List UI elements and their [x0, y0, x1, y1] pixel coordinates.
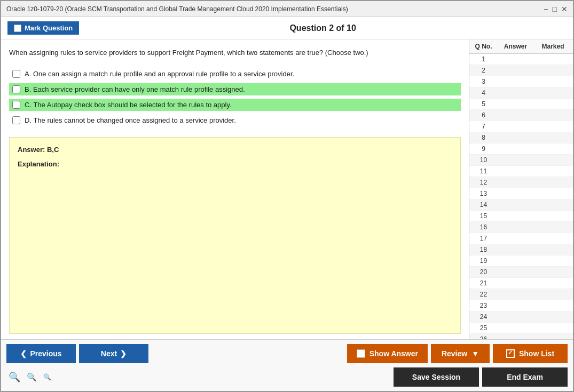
- review-button[interactable]: Review ▼: [431, 344, 490, 363]
- sidebar-row[interactable]: 8: [469, 132, 573, 143]
- sidebar-row[interactable]: 16: [469, 222, 573, 233]
- end-exam-label: End Exam: [507, 373, 543, 381]
- window-controls: − □ ✕: [544, 5, 568, 13]
- sidebar-qno: 17: [471, 235, 496, 242]
- option-c-checkbox[interactable]: [12, 101, 20, 109]
- sidebar-row[interactable]: 19: [469, 255, 573, 267]
- sidebar-qno: 10: [471, 156, 496, 164]
- sidebar-qno: 21: [471, 279, 496, 287]
- review-label: Review: [442, 349, 467, 358]
- sidebar-row[interactable]: 20: [469, 267, 573, 278]
- option-a-checkbox[interactable]: [12, 70, 20, 78]
- sidebar-qno: 8: [471, 134, 496, 141]
- sidebar-col-answer: Answer: [496, 43, 536, 50]
- sidebar-list[interactable]: 1 2 3 4 5 6 7 8: [469, 54, 573, 339]
- sidebar-qno: 23: [471, 302, 496, 309]
- sidebar-qno: 11: [471, 167, 496, 175]
- sidebar-qno: 7: [471, 123, 496, 130]
- sidebar-header: Q No. Answer Marked: [469, 39, 573, 54]
- question-area: When assigning rules to service provider…: [1, 39, 469, 339]
- end-exam-button[interactable]: End Exam: [482, 367, 568, 387]
- zoom-in-button[interactable]: 🔍: [41, 372, 53, 382]
- sidebar-qno: 19: [471, 257, 496, 265]
- option-b-checkbox[interactable]: [12, 85, 20, 93]
- next-button[interactable]: Next ❯: [79, 344, 148, 363]
- sidebar-qno: 18: [471, 246, 496, 253]
- sidebar-qno: 26: [471, 335, 496, 339]
- sidebar-qno: 4: [471, 89, 496, 97]
- minimize-icon[interactable]: −: [544, 5, 548, 13]
- sidebar-row[interactable]: 25: [469, 323, 573, 334]
- sidebar-row[interactable]: 6: [469, 110, 573, 121]
- show-list-label: Show List: [519, 349, 554, 358]
- option-a-row[interactable]: A. One can assign a match rule profile a…: [9, 68, 461, 80]
- sidebar-row[interactable]: 24: [469, 311, 573, 323]
- sidebar-row[interactable]: 9: [469, 143, 573, 155]
- question-text: When assigning rules to service provider…: [9, 47, 461, 58]
- show-list-button[interactable]: Show List: [493, 344, 568, 363]
- title-bar: Oracle 1z0-1079-20 (Oracle SCM Transport…: [1, 1, 573, 17]
- sidebar-row[interactable]: 12: [469, 177, 573, 188]
- show-list-checkbox-icon: [506, 349, 515, 358]
- mark-question-button[interactable]: Mark Question: [7, 21, 79, 35]
- answer-box: Answer: B,C Explanation:: [9, 137, 461, 334]
- button-row-2: 🔍 🔍 🔍 Save Session End Exam: [6, 367, 568, 387]
- previous-button[interactable]: ❮ Previous: [6, 344, 76, 363]
- sidebar-col-marked: Marked: [536, 43, 570, 50]
- sidebar-qno: 6: [471, 111, 496, 119]
- close-icon[interactable]: ✕: [561, 5, 568, 13]
- sidebar-qno: 25: [471, 324, 496, 332]
- show-answer-label: Show Answer: [369, 349, 418, 358]
- sidebar-row[interactable]: 15: [469, 211, 573, 222]
- sidebar-row[interactable]: 5: [469, 99, 573, 110]
- sidebar-row[interactable]: 1: [469, 54, 573, 65]
- sidebar-row[interactable]: 18: [469, 244, 573, 255]
- sidebar-qno: 16: [471, 223, 496, 231]
- sidebar-row[interactable]: 10: [469, 155, 573, 166]
- show-answer-checkbox-icon: [357, 349, 365, 358]
- review-arrow-icon: ▼: [471, 349, 479, 358]
- save-session-button[interactable]: Save Session: [394, 367, 479, 387]
- mark-question-label: Mark Question: [25, 24, 73, 32]
- sidebar-qno: 2: [471, 67, 496, 74]
- sidebar-qno: 13: [471, 190, 496, 197]
- save-session-label: Save Session: [412, 373, 460, 381]
- sidebar-row[interactable]: 7: [469, 121, 573, 132]
- explanation-label: Explanation:: [18, 160, 452, 168]
- prev-chevron-icon: ❮: [20, 349, 27, 358]
- sidebar-qno: 12: [471, 179, 496, 186]
- sidebar-row[interactable]: 11: [469, 166, 573, 177]
- sidebar-row[interactable]: 13: [469, 188, 573, 199]
- zoom-reset-button[interactable]: 🔍: [25, 371, 39, 383]
- sidebar-qno: 5: [471, 100, 496, 108]
- maximize-icon[interactable]: □: [553, 5, 557, 13]
- toolbar: Mark Question Question 2 of 10: [1, 17, 573, 39]
- options-list: A. One can assign a match rule profile a…: [9, 68, 461, 126]
- sidebar-row[interactable]: 3: [469, 76, 573, 87]
- zoom-controls: 🔍 🔍 🔍: [6, 370, 53, 384]
- option-c-row[interactable]: C. The Autopay check box should be selec…: [9, 99, 461, 111]
- sidebar-row[interactable]: 26: [469, 334, 573, 339]
- main-content: When assigning rules to service provider…: [1, 39, 573, 339]
- bottom-buttons: ❮ Previous Next ❯ Show Answer Review ▼ S…: [1, 339, 573, 391]
- option-d-checkbox[interactable]: [12, 116, 20, 124]
- option-b-row[interactable]: B. Each service provider can have only o…: [9, 83, 461, 95]
- answer-text: Answer: B,C: [18, 146, 452, 154]
- show-answer-button[interactable]: Show Answer: [347, 344, 428, 363]
- sidebar: Q No. Answer Marked 1 2 3 4 5 6: [469, 39, 573, 339]
- sidebar-row[interactable]: 2: [469, 65, 573, 76]
- sidebar-row[interactable]: 21: [469, 278, 573, 289]
- option-d-row[interactable]: D. The rules cannot be changed once assi…: [9, 114, 461, 126]
- sidebar-row[interactable]: 17: [469, 233, 573, 244]
- sidebar-qno: 9: [471, 145, 496, 153]
- question-title: Question 2 of 10: [79, 23, 567, 33]
- sidebar-row[interactable]: 14: [469, 199, 573, 211]
- sidebar-qno: 20: [471, 268, 496, 276]
- sidebar-row[interactable]: 4: [469, 87, 573, 99]
- sidebar-row[interactable]: 23: [469, 300, 573, 311]
- mark-checkbox-icon: [14, 25, 21, 32]
- app-window: Oracle 1z0-1079-20 (Oracle SCM Transport…: [0, 0, 574, 392]
- sidebar-row[interactable]: 22: [469, 289, 573, 300]
- zoom-out-button[interactable]: 🔍: [6, 370, 22, 384]
- previous-label: Previous: [30, 349, 61, 358]
